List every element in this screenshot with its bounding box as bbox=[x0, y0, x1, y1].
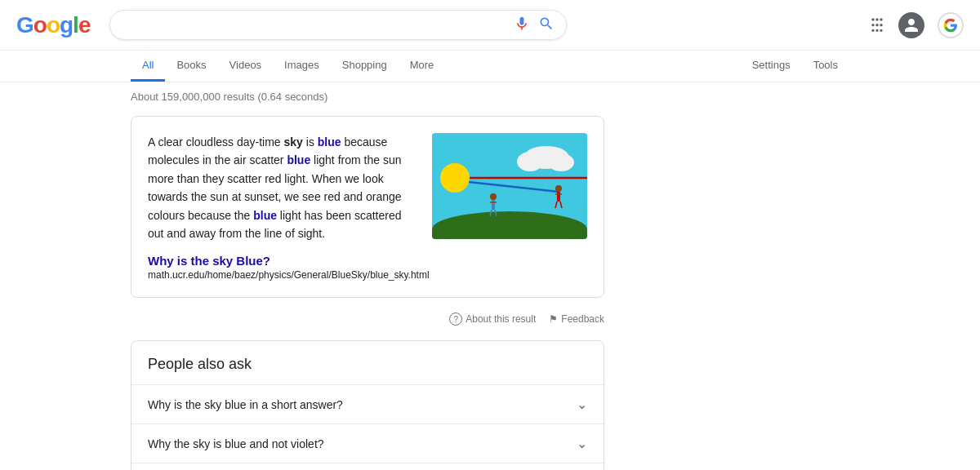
search-icons bbox=[514, 16, 555, 34]
tab-shopping[interactable]: Shopping bbox=[331, 51, 399, 82]
snippet-text: A clear cloudless day-time sky is blue b… bbox=[148, 133, 419, 242]
tab-more[interactable]: More bbox=[399, 51, 446, 82]
people-ask-title: People also ask bbox=[131, 341, 604, 385]
ask-item-3[interactable]: What color is the sky? ⌄ bbox=[131, 463, 604, 470]
svg-point-14 bbox=[555, 185, 562, 192]
search-bar: why is the sky blue bbox=[109, 10, 567, 40]
tab-all[interactable]: All bbox=[131, 51, 165, 82]
feedback-label: Feedback bbox=[561, 313, 604, 325]
snippet-link[interactable]: Why is the sky Blue? bbox=[148, 254, 587, 268]
search-icon[interactable] bbox=[538, 16, 555, 34]
header-right bbox=[869, 12, 964, 38]
ask-item-2[interactable]: Why the sky is blue and not violet? ⌄ bbox=[131, 424, 604, 463]
tab-books[interactable]: Books bbox=[165, 51, 217, 82]
svg-point-9 bbox=[490, 193, 497, 200]
header: Google why is the sky blue bbox=[0, 0, 980, 51]
featured-snippet: A clear cloudless day-time sky is blue b… bbox=[131, 116, 604, 298]
chevron-icon-1: ⌄ bbox=[577, 397, 587, 412]
main-content: About 159,000,000 results (0.64 seconds)… bbox=[0, 82, 980, 470]
ask-question-2: Why the sky is blue and not violet? bbox=[148, 437, 324, 450]
about-result-label: About this result bbox=[466, 313, 536, 325]
tab-tools[interactable]: Tools bbox=[802, 51, 849, 82]
mic-icon[interactable] bbox=[514, 16, 530, 34]
svg-point-8 bbox=[548, 153, 574, 171]
tab-images[interactable]: Images bbox=[273, 51, 331, 82]
nav-tabs: All Books Videos Images Shopping More Se… bbox=[0, 51, 980, 82]
ask-item-1[interactable]: Why is the sky blue in a short answer? ⌄ bbox=[131, 385, 604, 424]
tab-videos[interactable]: Videos bbox=[218, 51, 274, 82]
chevron-icon-2: ⌄ bbox=[577, 436, 587, 451]
grid-icon[interactable] bbox=[869, 16, 885, 34]
google-account-icon[interactable] bbox=[938, 12, 964, 38]
avatar[interactable] bbox=[898, 12, 924, 38]
about-circle-icon: ? bbox=[449, 313, 462, 326]
google-logo[interactable]: Google bbox=[16, 12, 90, 38]
results-count: About 159,000,000 results (0.64 seconds) bbox=[131, 91, 849, 103]
about-result-button[interactable]: ? About this result bbox=[449, 313, 536, 326]
about-row: ? About this result ⚑ Feedback bbox=[131, 306, 604, 332]
tab-settings[interactable]: Settings bbox=[741, 51, 802, 82]
svg-point-7 bbox=[517, 152, 543, 171]
people-also-ask: People also ask Why is the sky blue in a… bbox=[131, 340, 604, 470]
svg-point-2 bbox=[440, 163, 470, 193]
flag-icon: ⚑ bbox=[549, 313, 558, 325]
snippet-image bbox=[432, 133, 587, 239]
svg-rect-10 bbox=[492, 200, 495, 210]
feedback-button[interactable]: ⚑ Feedback bbox=[549, 313, 604, 325]
snippet-content: A clear cloudless day-time sky is blue b… bbox=[148, 133, 587, 242]
svg-rect-15 bbox=[557, 192, 560, 202]
ask-question-1: Why is the sky blue in a short answer? bbox=[148, 398, 343, 411]
search-input[interactable]: why is the sky blue bbox=[122, 18, 506, 33]
snippet-url: math.ucr.edu/home/baez/physics/General/B… bbox=[148, 269, 587, 281]
